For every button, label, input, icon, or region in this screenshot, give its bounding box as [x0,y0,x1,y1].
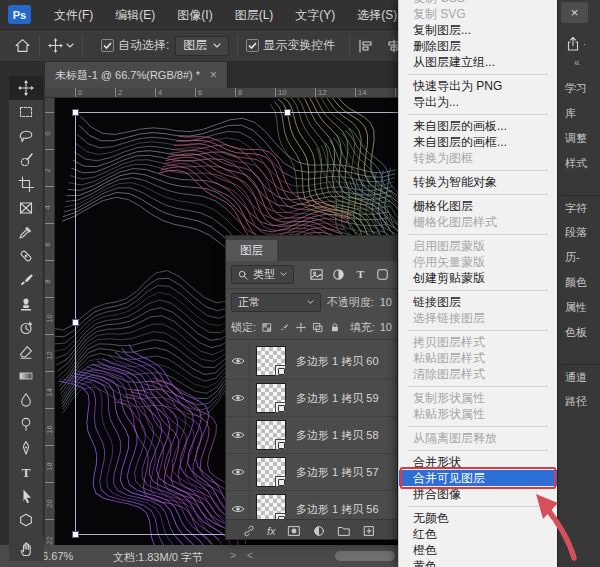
context-menu-item[interactable]: 从隔离图层释放 [399,430,557,446]
layer-row[interactable]: 多边形 1 拷贝 59 [226,380,397,417]
layer-thumbnail[interactable] [256,457,286,487]
panel-tab[interactable]: 颜色 [558,270,600,295]
tool-eraser[interactable] [9,340,43,364]
layers-tab[interactable]: 图层 [226,240,277,261]
context-menu-item[interactable]: 链接图层 [399,294,557,310]
tool-history-brush[interactable] [9,316,43,340]
photoshop-logo[interactable]: Ps [8,5,31,24]
context-menu-item[interactable]: 从图层建立组... [399,54,557,70]
tool-brush[interactable] [9,268,43,292]
context-menu-item[interactable]: 停用矢量蒙版 [399,254,557,270]
context-menu-item[interactable]: 来自图层的画框... [399,134,557,150]
layer-row[interactable]: 多边形 1 拷贝 58 [226,417,397,454]
tool-eyedropper[interactable] [9,220,43,244]
layer-name[interactable]: 多边形 1 拷贝 56 [296,502,379,517]
fill-value[interactable]: 10 [380,321,392,333]
link-layers-icon[interactable] [242,524,256,538]
context-menu-item[interactable]: 清除图层样式 [399,366,557,382]
status-chevron-left-icon[interactable]: < [247,550,253,561]
context-menu-item[interactable]: 快速导出为 PNG [399,78,557,94]
auto-select-checkbox[interactable] [101,39,114,52]
tool-spot-healing[interactable] [9,244,43,268]
tool-pen[interactable] [9,436,43,460]
transform-handle-middle-left[interactable] [72,319,79,326]
context-menu-item[interactable]: 删除图层 [399,38,557,54]
context-menu-item[interactable]: 粘贴图层样式 [399,350,557,366]
context-menu-item[interactable]: 选择链接图层 [399,310,557,326]
show-transform-checkbox[interactable] [246,39,259,52]
panel-tab[interactable]: 库 [558,101,600,126]
menu-item[interactable]: 文件(F) [43,0,104,30]
menu-item[interactable]: 文字(Y) [284,0,346,30]
home-icon[interactable] [14,37,31,54]
tool-gradient[interactable] [9,364,43,388]
new-adjustment-layer-icon[interactable] [312,524,326,538]
transform-handle-bottom-left[interactable] [72,531,79,538]
tab-close-icon[interactable]: × [210,68,217,82]
context-menu-item[interactable]: 复制形状属性 [399,390,557,406]
layer-name[interactable]: 多边形 1 拷贝 57 [296,465,379,480]
layer-row[interactable]: 多边形 1 拷贝 60 [226,343,397,380]
transform-handle-top-left[interactable] [72,109,79,116]
layer-name[interactable]: 多边形 1 拷贝 60 [296,354,379,369]
panel-tab[interactable]: 段落 [558,220,600,245]
context-menu-item[interactable]: 复制图层... [399,22,557,38]
layer-thumbnail[interactable] [256,420,286,450]
status-chevron-right-icon[interactable]: > [230,550,236,561]
panel-tab[interactable]: 样式 [558,151,600,176]
tool-shape[interactable] [9,508,43,532]
layer-name[interactable]: 多边形 1 拷贝 58 [296,428,379,443]
context-menu-item[interactable]: 启用图层蒙版 [399,238,557,254]
context-menu-item[interactable]: 来自图层的画板... [399,118,557,134]
menu-item[interactable]: 编辑(E) [104,0,166,30]
tool-type[interactable]: T [9,460,43,484]
tool-crop[interactable] [9,172,43,196]
filter-pixel-layers-icon[interactable] [309,267,324,282]
new-group-icon[interactable] [337,524,351,538]
tool-rectangular-marquee[interactable] [9,100,43,124]
share-button[interactable]: · [565,36,586,52]
context-menu-item[interactable]: 复制 SVG [399,6,557,22]
align-left-edges-icon[interactable] [358,38,374,54]
visibility-toggle[interactable] [226,454,250,490]
panel-tab[interactable]: 调整 [558,126,600,151]
context-menu-item[interactable]: 黄色 [399,558,557,567]
context-menu-item[interactable]: 拼合图像 [399,486,557,502]
panel-tab[interactable]: 通道 [558,364,600,389]
panel-tab[interactable]: 学习 [558,76,600,101]
filter-adjustment-layers-icon[interactable] [331,267,346,282]
tool-hand[interactable] [9,537,44,561]
layer-style-fx-icon[interactable]: fx [267,525,276,537]
dock-collapse-icon[interactable]: « [574,57,580,68]
opacity-value[interactable]: 10 [380,296,392,308]
context-menu-item[interactable]: 橙色 [399,542,557,558]
lock-artboard-icon[interactable] [312,321,324,334]
context-menu-item[interactable]: 导出为... [399,94,557,110]
context-menu-item[interactable]: 无颜色 [399,510,557,526]
filter-type-dropdown[interactable]: 类型 [231,265,294,284]
panel-tab[interactable]: 历- [558,245,600,270]
auto-select-target-dropdown[interactable]: 图层 [175,36,229,56]
panel-tab[interactable]: 色板 [558,320,600,345]
context-menu-item[interactable]: 红色 [399,526,557,542]
chevron-down-icon[interactable] [66,43,74,49]
context-menu-item[interactable]: 栅格化图层样式 [399,214,557,230]
filter-shape-layers-icon[interactable] [375,267,390,282]
scrollbar-thumb[interactable] [335,551,395,561]
context-menu-item[interactable]: 栅格化图层 [399,198,557,214]
tool-frame[interactable] [9,196,43,220]
visibility-toggle[interactable] [226,380,250,416]
blend-mode-dropdown[interactable]: 正常 [231,293,321,312]
filter-type-layers-icon[interactable]: T [353,267,368,282]
panel-tab[interactable]: 属性 [558,295,600,320]
move-tool-preset-icon[interactable] [48,38,63,53]
lock-transparency-icon[interactable] [261,321,273,334]
visibility-toggle[interactable] [226,417,250,453]
layer-thumbnail[interactable] [256,346,286,376]
layer-row[interactable]: 多边形 1 拷贝 57 [226,454,397,491]
visibility-toggle[interactable] [226,343,250,379]
context-menu-item[interactable]: 合并可见图层 [399,470,557,486]
menu-item[interactable]: 图像(I) [166,0,223,30]
context-menu-item[interactable]: 创建剪贴蒙版 [399,270,557,286]
menu-item[interactable]: 图层(L) [224,0,285,30]
